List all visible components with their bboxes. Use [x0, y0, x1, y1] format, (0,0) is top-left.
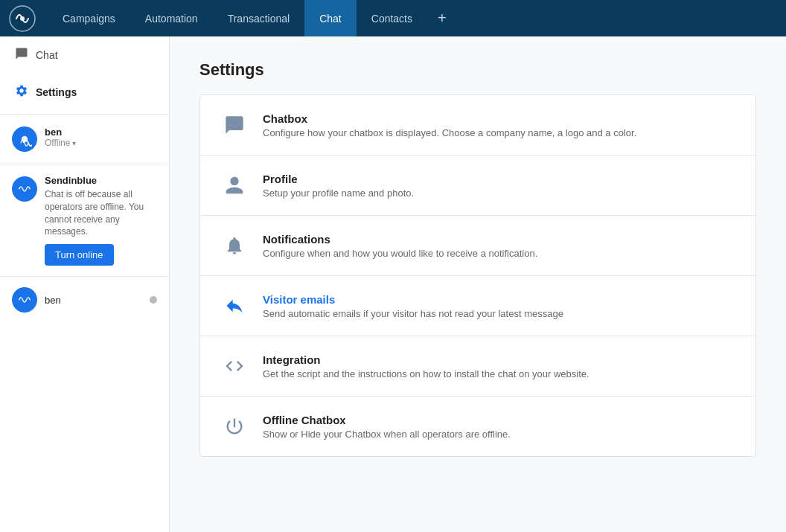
- integration-label: Integration: [263, 353, 735, 366]
- offline-chatbox-desc: Show or Hide your Chatbox when all opera…: [263, 429, 735, 440]
- sendinblue-info: Sendinblue Chat is off because all opera…: [45, 175, 157, 266]
- settings-row-chatbox[interactable]: Chatbox Configure how your chatbox is di…: [200, 95, 755, 156]
- sidebar-account-ben: ben Offline ▾: [0, 118, 169, 161]
- sidebar-divider-3: [0, 276, 169, 277]
- integration-text: Integration Get the script and the instr…: [263, 353, 735, 379]
- turn-online-button[interactable]: Turn online: [45, 244, 114, 266]
- settings-row-profile[interactable]: Profile Setup your profile name and phot…: [200, 156, 755, 216]
- sidebar-item-chat[interactable]: Chat: [0, 36, 169, 74]
- chatbox-desc: Configure how your chatbox is displayed.…: [263, 127, 735, 138]
- nav-transactional[interactable]: Transactional: [213, 0, 305, 36]
- chatbox-text: Chatbox Configure how your chatbox is di…: [263, 112, 735, 138]
- sidebar-item-settings[interactable]: Settings: [0, 74, 169, 111]
- account-logo: [12, 126, 37, 152]
- svg-point-1: [20, 16, 25, 21]
- brand-logo[interactable]: [9, 5, 36, 32]
- svg-point-2: [22, 136, 28, 142]
- sendinblue-message: Chat is off because all operators are of…: [45, 188, 157, 238]
- offline-chatbox-label: Offline Chatbox: [263, 414, 735, 426]
- page-title: Settings: [199, 60, 756, 80]
- settings-label: Settings: [36, 86, 77, 98]
- offline-chatbox-icon: [221, 413, 248, 440]
- notifications-icon: [221, 232, 248, 259]
- account-status[interactable]: Offline ▾: [45, 138, 157, 148]
- sidebar-divider-1: [0, 114, 169, 115]
- operator-status-dot: [150, 296, 157, 304]
- account-info: ben Offline ▾: [45, 126, 157, 148]
- chatbox-icon: [221, 112, 248, 138]
- notifications-desc: Configure when and how you would like to…: [263, 248, 735, 259]
- visitor-emails-label: Visitor emails: [263, 293, 735, 306]
- nav-items: Campaigns Automation Transactional Chat …: [48, 0, 457, 36]
- nav-add-button[interactable]: +: [427, 0, 457, 36]
- chat-icon: [15, 47, 28, 63]
- settings-row-notifications[interactable]: Notifications Configure when and how you…: [200, 216, 755, 276]
- operator-logo: [12, 287, 37, 313]
- nav-contacts[interactable]: Contacts: [357, 0, 427, 36]
- nav-automation[interactable]: Automation: [130, 0, 213, 36]
- visitor-emails-icon: [221, 292, 248, 319]
- integration-desc: Get the script and the instructions on h…: [263, 368, 735, 379]
- sidebar-sendinblue: Sendinblue Chat is off because all opera…: [0, 167, 169, 273]
- chatbox-label: Chatbox: [263, 112, 735, 125]
- operator-name: ben: [45, 295, 142, 306]
- settings-row-integration[interactable]: Integration Get the script and the instr…: [200, 336, 755, 397]
- offline-chatbox-text: Offline Chatbox Show or Hide your Chatbo…: [263, 414, 735, 440]
- profile-icon: [221, 172, 248, 199]
- profile-desc: Setup your profile name and photo.: [263, 188, 735, 199]
- sendinblue-name: Sendinblue: [45, 175, 157, 186]
- settings-row-offline-chatbox[interactable]: Offline Chatbox Show or Hide your Chatbo…: [200, 397, 755, 456]
- sidebar-operator-ben[interactable]: ben: [0, 280, 169, 320]
- settings-icon: [15, 84, 28, 100]
- notifications-label: Notifications: [263, 233, 735, 246]
- settings-row-visitor-emails[interactable]: Visitor emails Send automatic emails if …: [200, 276, 755, 336]
- status-chevron: ▾: [72, 139, 76, 147]
- top-navigation: Campaigns Automation Transactional Chat …: [0, 0, 786, 36]
- sendinblue-logo: [12, 176, 37, 202]
- settings-content: Settings Chatbox Configure how your chat…: [170, 36, 786, 532]
- visitor-emails-desc: Send automatic emails if your visitor ha…: [263, 308, 735, 319]
- integration-icon: [221, 353, 248, 379]
- nav-campaigns[interactable]: Campaigns: [48, 0, 130, 36]
- main-layout: Chat Settings ben: [0, 36, 786, 532]
- nav-chat[interactable]: Chat: [304, 0, 357, 36]
- profile-label: Profile: [263, 173, 735, 185]
- profile-text: Profile Setup your profile name and phot…: [263, 173, 735, 199]
- visitor-emails-text: Visitor emails Send automatic emails if …: [263, 293, 735, 319]
- notifications-text: Notifications Configure when and how you…: [263, 233, 735, 259]
- sidebar-divider-2: [0, 164, 169, 164]
- settings-list: Chatbox Configure how your chatbox is di…: [199, 94, 756, 457]
- sidebar: Chat Settings ben: [0, 36, 170, 532]
- chat-label: Chat: [36, 49, 58, 61]
- account-name: ben: [45, 126, 157, 138]
